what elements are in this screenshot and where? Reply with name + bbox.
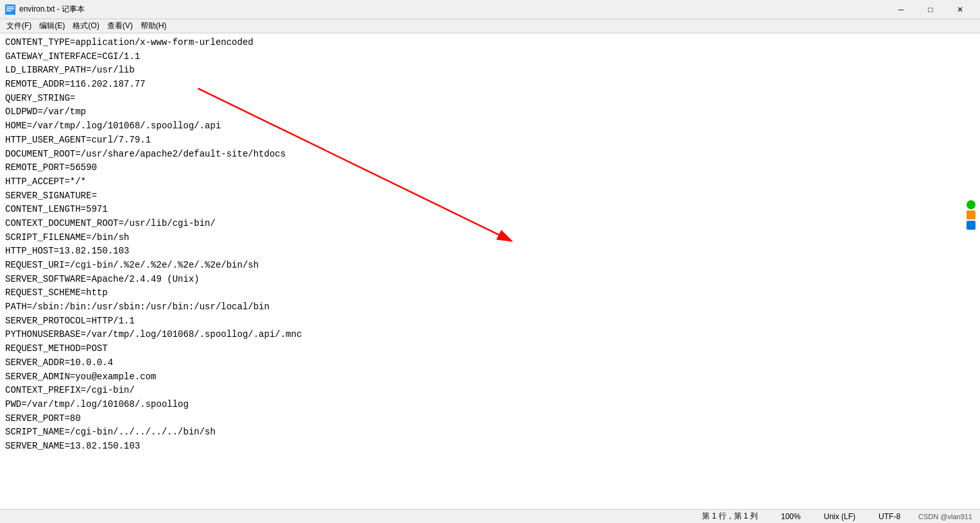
text-line: SCRIPT_NAME=/cgi-bin/../../../../bin/sh (5, 425, 975, 440)
encoding[interactable]: UTF-8 (873, 512, 906, 521)
text-line: REQUEST_METHOD=POST (5, 342, 975, 356)
text-line: GATEWAY_INTERFACE=CGI/1.1 (5, 50, 975, 64)
menu-help[interactable]: 帮助(H) (137, 19, 171, 33)
text-line: PYTHONUSERBASE=/var/tmp/.log/101068/.spo… (5, 328, 975, 342)
text-line: SERVER_SIGNATURE= (5, 189, 975, 203)
svg-rect-2 (6, 8, 14, 10)
text-line: DOCUMENT_ROOT=/usr/share/apache2/default… (5, 148, 975, 162)
orange-decoration (967, 210, 976, 219)
text-line: SERVER_ADMIN=you@example.com (5, 370, 975, 384)
text-line: SERVER_SOFTWARE=Apache/2.4.49 (Unix) (5, 273, 975, 287)
text-line: HTTP_USER_AGENT=curl/7.79.1 (5, 133, 975, 148)
close-button[interactable]: ✕ (945, 0, 975, 19)
text-line: CONTENT_TYPE=application/x-www-form-urle… (5, 36, 975, 50)
text-line: LD_LIBRARY_PATH=/usr/lib (5, 64, 975, 78)
minimize-button[interactable]: ─ (886, 0, 916, 19)
text-line: CONTEXT_PREFIX=/cgi-bin/ (5, 384, 975, 398)
text-editor[interactable]: CONTENT_TYPE=application/x-www-form-urle… (0, 33, 980, 509)
csdn-watermark: CSDN @vlan911 (918, 513, 975, 520)
cursor-position[interactable]: 第 1 行，第 1 列 (697, 511, 763, 522)
status-bar: 第 1 行，第 1 列 100% Unix (LF) UTF-8 CSDN @v… (0, 509, 980, 523)
blue-decoration (967, 221, 976, 230)
title-bar: environ.txt - 记事本 ─ □ ✕ (0, 0, 980, 19)
text-line: PATH=/sbin:/bin:/usr/sbin:/usr/bin:/usr/… (5, 300, 975, 314)
line-ending[interactable]: Unix (LF) (819, 512, 861, 521)
zoom-level[interactable]: 100% (776, 512, 806, 521)
svg-rect-0 (5, 4, 15, 15)
text-line: HTTP_HOST=13.82.150.103 (5, 244, 975, 259)
menu-format[interactable]: 格式(O) (69, 19, 103, 33)
menu-bar: 文件(F) 编辑(E) 格式(O) 查看(V) 帮助(H) (0, 19, 980, 33)
text-line: SERVER_PROTOCOL=HTTP/1.1 (5, 314, 975, 329)
content-area: CONTENT_TYPE=application/x-www-form-urle… (0, 33, 980, 509)
maximize-button[interactable]: □ (916, 0, 945, 19)
svg-rect-1 (6, 6, 14, 8)
text-line: SERVER_ADDR=10.0.0.4 (5, 356, 975, 370)
window-title: environ.txt - 记事本 (19, 4, 886, 15)
menu-view[interactable]: 查看(V) (103, 19, 137, 33)
text-line: REMOTE_ADDR=116.202.187.77 (5, 78, 975, 92)
green-dot-decoration (967, 200, 976, 209)
text-line: QUERY_STRING= (5, 92, 975, 106)
text-line: OLDPWD=/var/tmp (5, 105, 975, 119)
text-line: HTTP_ACCEPT=*/* (5, 175, 975, 189)
svg-rect-3 (6, 10, 12, 12)
text-line: REQUEST_SCHEME=http (5, 286, 975, 300)
menu-edit[interactable]: 编辑(E) (35, 19, 69, 33)
side-decoration (963, 200, 979, 239)
text-line: SERVER_PORT=80 (5, 412, 975, 426)
menu-file[interactable]: 文件(F) (3, 19, 35, 33)
text-line: CONTENT_LENGTH=5971 (5, 203, 975, 217)
app-icon (5, 4, 15, 15)
text-line: CONTEXT_DOCUMENT_ROOT=/usr/lib/cgi-bin/ (5, 217, 975, 231)
text-line: PWD=/var/tmp/.log/101068/.spoollog (5, 398, 975, 412)
text-line: REMOTE_PORT=56590 (5, 161, 975, 175)
text-line: REQUEST_URI=/cgi-bin/.%2e/.%2e/.%2e/.%2e… (5, 259, 975, 273)
text-line: HOME=/var/tmp/.log/101068/.spoollog/.api (5, 119, 975, 133)
window-controls[interactable]: ─ □ ✕ (886, 0, 975, 19)
text-line: SCRIPT_FILENAME=/bin/sh (5, 231, 975, 245)
text-line: SERVER_NAME=13.82.150.103 (5, 440, 975, 454)
